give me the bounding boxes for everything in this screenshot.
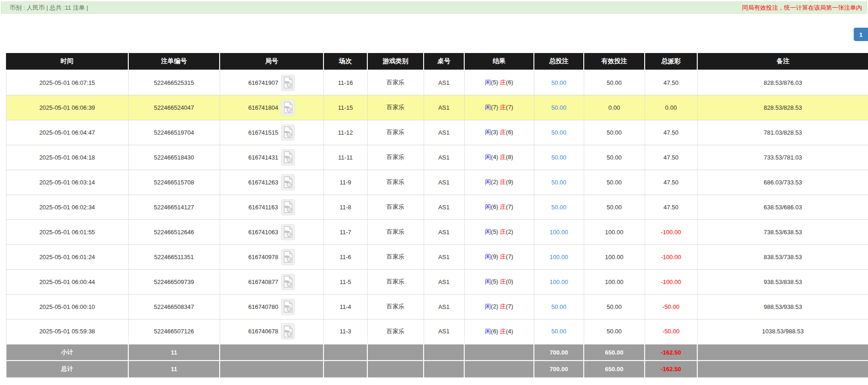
total-bet-link[interactable]: 50.00 xyxy=(551,154,567,161)
cell-session: 11-9 xyxy=(323,170,367,195)
cell-bet-no: 522466514127 xyxy=(128,195,220,219)
cell-time: 2025-05-01 06:04:18 xyxy=(6,145,128,170)
round-number: 616741163 xyxy=(248,204,278,211)
cell-bet-no: 522466512646 xyxy=(128,219,220,244)
result-player-label: 闲 xyxy=(485,328,491,335)
video-replay-icon[interactable] xyxy=(281,149,295,166)
cell-payout: -100.00 xyxy=(645,244,697,269)
cell-bet-no: 522466524047 xyxy=(128,95,220,120)
cell-round-no: 616741063 xyxy=(220,219,323,244)
result-banker-label: 庄 xyxy=(500,228,506,235)
cell-table-no: AS1 xyxy=(424,244,464,269)
cell-total-bet: 50.00 xyxy=(534,120,584,145)
record-row: 2025-05-01 06:01:24 522466511351 6167409… xyxy=(6,244,868,269)
result-player-label: 闲 xyxy=(485,154,491,160)
total-bet-link[interactable]: 100.00 xyxy=(550,229,568,236)
cell-session: 11-4 xyxy=(323,294,367,319)
result-player-score: (3) xyxy=(491,129,498,136)
result-banker-score: (8) xyxy=(506,154,513,160)
cell-remark: 733.53/781.03 xyxy=(697,145,868,170)
result-banker-score: (7) xyxy=(506,253,513,260)
total-bet-link[interactable]: 50.00 xyxy=(551,129,567,136)
video-replay-icon[interactable] xyxy=(281,174,295,190)
cell-valid-bet: 100.00 xyxy=(584,219,645,244)
result-banker-score: (6) xyxy=(506,129,513,136)
result-player-label: 闲 xyxy=(485,228,491,235)
records-body: 2025-05-01 06:07:15 522466525315 6167419… xyxy=(6,70,868,344)
header-remark: 备注 xyxy=(697,53,868,70)
cell-round-no: 616741804 xyxy=(220,95,323,120)
video-replay-icon[interactable] xyxy=(281,249,295,265)
cell-game-type: 百家乐 xyxy=(367,269,424,294)
result-player-score: (5) xyxy=(491,278,498,285)
round-number: 616741804 xyxy=(248,104,278,111)
cell-valid-bet: 50.00 xyxy=(584,70,645,95)
result-banker-label: 庄 xyxy=(500,328,506,335)
total-bet-link[interactable]: 50.00 xyxy=(551,303,567,310)
cell-remark: 828.53/828.53 xyxy=(697,95,868,120)
result-player-label: 闲 xyxy=(485,79,491,86)
cell-total-bet: 100.00 xyxy=(534,244,584,269)
cell-table-no: AS1 xyxy=(424,269,464,294)
cell-table-no: AS1 xyxy=(424,70,464,95)
cell-payout: -100.00 xyxy=(645,269,697,294)
cell-result: 闲(9) 庄(7) xyxy=(464,244,534,269)
video-replay-icon[interactable] xyxy=(281,224,295,240)
cell-total-bet: 50.00 xyxy=(534,319,584,344)
total-bet-link[interactable]: 50.00 xyxy=(551,204,567,211)
cell-valid-bet: 100.00 xyxy=(584,244,645,269)
cell-result: 闲(6) 庄(7) xyxy=(464,195,534,219)
header-time: 时间 xyxy=(6,53,128,70)
subtotal-payout: -162.50 xyxy=(645,344,697,361)
record-row: 2025-05-01 06:00:10 522466508347 6167407… xyxy=(6,294,868,319)
cell-bet-no: 522466507126 xyxy=(128,319,220,344)
cell-game-type: 百家乐 xyxy=(367,195,424,219)
total-bet-link[interactable]: 100.00 xyxy=(550,254,568,261)
result-banker-label: 庄 xyxy=(500,278,506,285)
video-replay-icon[interactable] xyxy=(281,299,295,315)
cell-session: 11-11 xyxy=(323,145,367,170)
result-player-label: 闲 xyxy=(485,104,491,111)
record-row: 2025-05-01 06:04:18 522466518430 6167414… xyxy=(6,145,868,170)
cell-session: 11-8 xyxy=(323,195,367,219)
header-bet-no: 注单编号 xyxy=(128,53,220,70)
record-row: 2025-05-01 06:02:34 522466514127 6167411… xyxy=(6,195,868,219)
cell-payout: -50.00 xyxy=(645,294,697,319)
result-player-score: (2) xyxy=(491,303,498,310)
cell-bet-no: 522466518430 xyxy=(128,145,220,170)
page-1-button[interactable]: 1 xyxy=(854,28,868,41)
video-replay-icon[interactable] xyxy=(281,124,295,141)
cell-remark: 988.53/938.53 xyxy=(697,294,868,319)
cell-payout: 47.50 xyxy=(645,195,697,219)
result-player-label: 闲 xyxy=(485,303,491,310)
total-bet-link[interactable]: 50.00 xyxy=(551,179,567,186)
cell-payout: -50.00 xyxy=(645,319,697,344)
total-bet-link[interactable]: 100.00 xyxy=(550,278,568,285)
subtotal-label: 小计 xyxy=(6,344,128,361)
cell-result: 闲(5) 庄(6) xyxy=(464,70,534,95)
cell-valid-bet: 50.00 xyxy=(584,195,645,219)
cell-time: 2025-05-01 06:07:15 xyxy=(6,70,128,95)
result-banker-score: (4) xyxy=(506,328,513,335)
video-replay-icon[interactable] xyxy=(281,274,295,290)
video-replay-icon[interactable] xyxy=(281,323,295,339)
total-bet-link[interactable]: 50.00 xyxy=(551,104,567,111)
result-player-score: (5) xyxy=(491,228,498,235)
cell-session: 11-3 xyxy=(323,319,367,344)
result-player-score: (7) xyxy=(491,104,498,111)
cell-game-type: 百家乐 xyxy=(367,294,424,319)
total-payout: -162.50 xyxy=(645,361,697,377)
record-row: 2025-05-01 06:06:39 522466524047 6167418… xyxy=(6,95,868,120)
cell-time: 2025-05-01 06:01:24 xyxy=(6,244,128,269)
result-banker-score: (7) xyxy=(506,203,513,210)
total-bet-link[interactable]: 50.00 xyxy=(551,328,567,335)
video-replay-icon[interactable] xyxy=(281,199,295,215)
video-replay-icon[interactable] xyxy=(281,75,295,91)
video-replay-icon[interactable] xyxy=(281,100,295,116)
result-banker-score: (9) xyxy=(506,178,513,185)
cell-bet-no: 522466511351 xyxy=(128,244,220,269)
result-banker-score: (0) xyxy=(506,278,513,285)
total-bet-link[interactable]: 50.00 xyxy=(551,79,567,86)
record-row: 2025-05-01 06:03:14 522466515708 6167412… xyxy=(6,170,868,195)
result-player-label: 闲 xyxy=(485,278,491,285)
